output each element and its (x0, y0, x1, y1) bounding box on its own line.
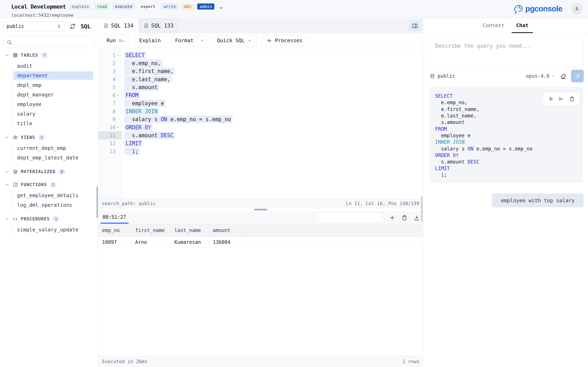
resize-handle[interactable] (254, 209, 267, 210)
code-line[interactable]: 9 salary s ON e.emp_no = s.emp_no (98, 115, 423, 123)
code-line[interactable]: 3 e.first_name, (98, 67, 423, 75)
chevron-down-icon (5, 217, 9, 221)
user-chat-message: employee with top salary (492, 194, 583, 207)
section-header-functions[interactable]: f FUNCTIONS 2 (0, 180, 98, 189)
view-item-current-dept-emp[interactable]: current_dept_emp (0, 143, 98, 153)
editor-scrollbar-thumb[interactable] (421, 196, 423, 222)
line-number[interactable]: 11 (98, 131, 122, 139)
eraser-icon (560, 73, 567, 80)
refresh-schema-button[interactable] (69, 23, 76, 30)
column-header-amount[interactable]: amount (209, 224, 242, 236)
line-number[interactable]: 3 (98, 67, 122, 75)
fold-marker-icon[interactable]: ▾ (116, 126, 120, 129)
sidebar-search-input[interactable] (12, 37, 95, 48)
format-dropdown-chevron[interactable] (198, 35, 207, 46)
run-snippet-button[interactable] (548, 96, 554, 102)
pgconsole-app: Local Development explain read execute e… (0, 0, 588, 367)
cell-emp-no[interactable]: 10897 (98, 237, 131, 248)
line-number[interactable]: 12 (98, 140, 122, 147)
line-number[interactable]: 7 (98, 99, 122, 107)
format-button[interactable]: Format (171, 35, 198, 46)
section-header-procedures[interactable]: PROCEDURES 1 (0, 215, 98, 223)
insert-to-editor-button[interactable] (558, 96, 564, 102)
table-item-audit[interactable]: audit (0, 61, 98, 71)
table-item-dept-manager[interactable]: dept_manager (0, 90, 98, 100)
user-avatar[interactable]: A (571, 3, 583, 15)
line-number[interactable]: 9 (98, 115, 122, 123)
code-line[interactable]: 13 1; (98, 147, 423, 155)
cell-last-name[interactable]: Kumaresan (171, 237, 209, 248)
code-line[interactable]: 4 e.last_name, (98, 75, 423, 83)
clear-chat-button[interactable] (560, 73, 567, 80)
table-item-department[interactable]: department (0, 71, 98, 80)
copy-results-button[interactable] (401, 215, 407, 221)
code-line[interactable]: 1▾SELECT (98, 51, 423, 59)
cell-first-name[interactable]: Arno (131, 237, 171, 248)
quick-sql-button[interactable]: Quick SQL (212, 35, 257, 46)
chat-prompt-input[interactable] (430, 38, 584, 68)
section-label: TABLES (21, 53, 38, 58)
function-item-log-dml-operations[interactable]: log_dml_operations (0, 200, 98, 210)
fold-marker-icon[interactable]: ▾ (116, 54, 120, 57)
cell-amount[interactable]: 136004 (209, 237, 242, 248)
results-search[interactable] (316, 212, 382, 223)
processes-button[interactable]: Processes (262, 35, 307, 46)
tab-sql-133[interactable]: SQL 133 (139, 18, 179, 33)
toggle-side-panel-button[interactable] (408, 20, 421, 31)
line-number[interactable]: 1▾ (98, 51, 122, 59)
section-header-materialized[interactable]: MATERIALIZED 0 (0, 167, 98, 176)
sidebar-search[interactable] (3, 37, 95, 48)
section-header-views[interactable]: VIEWS 2 (0, 133, 98, 142)
chat-schema-chip[interactable]: public (430, 73, 455, 79)
editor-tabbar: SQL 134 SQL 133 (98, 18, 423, 33)
code-line[interactable]: 10▾ORDER BY (98, 123, 423, 131)
table-item-salary[interactable]: salary (0, 109, 98, 119)
column-header-first-name[interactable]: first_name (131, 224, 171, 236)
code-line[interactable]: 8INNER JOIN (98, 107, 423, 115)
code-line[interactable]: 5 s.amount (98, 83, 423, 91)
section-header-tables[interactable]: TABLES 7 (0, 51, 98, 59)
copy-snippet-button[interactable] (569, 96, 575, 102)
procedure-item-simple-salary-update[interactable]: simple_salary_update (0, 225, 98, 234)
table-item-dept-emp[interactable]: dept_emp (0, 80, 98, 90)
model-select[interactable]: opus-4.6 (526, 73, 555, 79)
table-item-employee[interactable]: employee (0, 100, 98, 109)
results-filter-input[interactable] (320, 213, 381, 223)
tab-sql-134[interactable]: SQL 134 (98, 18, 139, 33)
code-line[interactable]: 7 employee e (98, 99, 423, 107)
line-number[interactable]: 6▾ (98, 91, 122, 99)
chevron-down-icon (200, 38, 205, 43)
table-item-title[interactable]: title (0, 119, 98, 128)
line-number[interactable]: 4 (98, 75, 122, 83)
line-number[interactable]: 5 (98, 83, 122, 91)
code-line[interactable]: 2 e.emp_no, (98, 59, 423, 67)
run-button[interactable]: Run ⌘↵ (102, 35, 129, 46)
connection-menu-chevron-icon[interactable] (218, 5, 224, 11)
column-header-emp-no[interactable]: emp_no (98, 224, 131, 236)
permission-badge-explain: explain (69, 3, 91, 9)
result-timer-tab[interactable]: 00:51:27 (103, 214, 126, 221)
code-line[interactable]: 12LIMIT (98, 140, 423, 147)
table-row[interactable]: 10897 Arno Kumaresan 136004 (98, 237, 423, 248)
column-header-last-name[interactable]: last_name (171, 224, 209, 236)
schema-select[interactable]: public (3, 21, 64, 31)
sql-mode-label[interactable]: SQL (81, 23, 91, 30)
code-line[interactable]: 11 s.amount DESC (98, 131, 423, 139)
send-message-button[interactable] (571, 70, 584, 82)
line-number[interactable]: 13 (98, 147, 122, 155)
line-number[interactable]: 2 (98, 59, 122, 67)
code-line[interactable]: 6▾FROM (98, 91, 423, 99)
fold-marker-icon[interactable]: ▾ (116, 94, 120, 97)
sql-code[interactable]: 1▾SELECT2 e.emp_no,3 e.first_name,4 e.la… (98, 48, 423, 155)
add-result-tab-button[interactable] (389, 215, 395, 221)
avatar-initial: A (576, 6, 579, 12)
view-item-dept-emp-latest-date[interactable]: dept_emp_latest_date (0, 153, 98, 162)
line-number[interactable]: 10▾ (98, 123, 122, 131)
sql-editor[interactable]: 1▾SELECT2 e.emp_no,3 e.first_name,4 e.la… (98, 48, 423, 199)
download-results-button[interactable] (414, 215, 420, 221)
line-number[interactable]: 8 (98, 107, 122, 115)
tab-context[interactable]: Context (478, 18, 509, 33)
function-item-get-employee-details[interactable]: get_employee_details (0, 191, 98, 200)
tab-chat[interactable]: Chat (512, 18, 533, 33)
explain-button[interactable]: Explain (135, 35, 165, 46)
